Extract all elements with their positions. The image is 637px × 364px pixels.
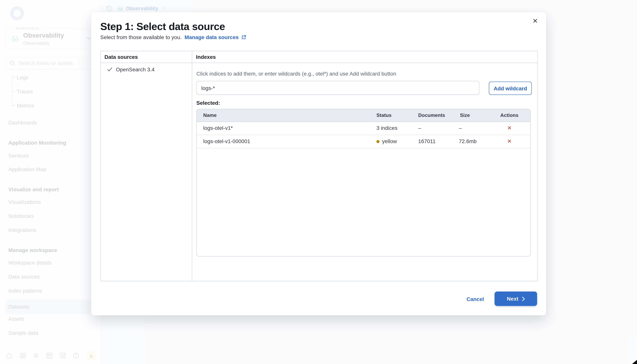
modal-subtitle-text: Select from those available to you. <box>100 34 182 40</box>
external-link-icon <box>242 35 246 40</box>
selected-label: Selected: <box>196 100 220 106</box>
selected-indices-table: Name Status Documents Size Actions logs-… <box>196 109 531 256</box>
remove-icon[interactable]: ✕ <box>496 135 523 148</box>
documents-value: – <box>418 122 421 135</box>
wildcard-input[interactable] <box>196 81 479 95</box>
column-header-actions: Actions <box>496 109 523 122</box>
column-header-size: Size <box>460 109 470 122</box>
index-name: logs-otel-v1* <box>203 122 233 135</box>
next-button-label: Next <box>507 296 518 302</box>
data-sources-header: Data sources <box>105 51 138 63</box>
chevron-right-icon <box>522 296 525 301</box>
screen: Observability / WORKSPACE Observab <box>0 0 637 364</box>
indices-count-link[interactable]: 3 indices <box>377 122 398 135</box>
indexes-instruction: Click indices to add them, or enter wild… <box>196 70 396 77</box>
add-wildcard-button[interactable]: Add wildcard <box>489 82 532 95</box>
close-icon[interactable]: ✕ <box>529 15 541 26</box>
table-header-row: Name Status Documents Size Actions <box>197 109 530 122</box>
indexes-header: Indexes <box>196 51 216 63</box>
column-header-status: Status <box>377 109 391 122</box>
panel-header-row <box>101 51 537 63</box>
datasource-item-label: OpenSearch 3.4 <box>116 66 155 72</box>
index-status: yellow <box>377 135 397 148</box>
select-data-source-modal: ✕ Step 1: Select data source Select from… <box>91 12 546 316</box>
column-header-documents: Documents <box>418 109 445 122</box>
datasource-item-opensearch[interactable]: OpenSearch 3.4 <box>107 66 155 72</box>
health-yellow-icon <box>377 140 380 143</box>
modal-title: Step 1: Select data source <box>100 21 225 33</box>
table-row[interactable]: logs-otel-v1-000001 yellow 167011 72.6mb… <box>197 135 530 148</box>
manage-data-sources-link[interactable]: Manage data sources <box>185 34 239 40</box>
column-header-name: Name <box>203 109 217 122</box>
status-text: yellow <box>382 138 397 144</box>
size-value: – <box>459 122 462 135</box>
index-name: logs-otel-v1-000001 <box>203 135 250 148</box>
next-button[interactable]: Next <box>495 292 537 306</box>
data-source-panel: Data sources Indexes OpenSearch 3.4 Clic… <box>100 51 538 281</box>
check-icon <box>107 67 112 72</box>
cancel-button[interactable]: Cancel <box>466 295 484 303</box>
remove-icon[interactable]: ✕ <box>496 122 523 135</box>
modal-subtitle: Select from those available to you. Mana… <box>100 34 246 40</box>
table-row[interactable]: logs-otel-v1* 3 indices – – ✕ <box>197 122 530 135</box>
panel-divider <box>192 51 192 281</box>
documents-value: 167011 <box>418 135 436 148</box>
size-value: 72.6mb <box>459 135 477 148</box>
